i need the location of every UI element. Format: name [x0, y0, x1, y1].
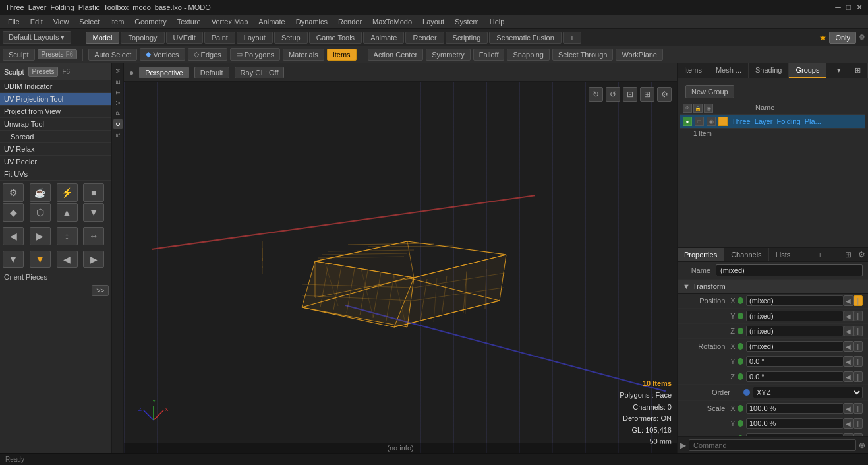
tool-uvprojection[interactable]: UV Projection Tool: [0, 93, 111, 106]
star-btn[interactable]: ★: [819, 33, 826, 42]
menu-animate[interactable]: Animate: [253, 16, 290, 27]
ptab-properties[interactable]: Properties: [678, 248, 724, 261]
tab-paint[interactable]: Paint: [204, 32, 235, 44]
vert-tab-c[interactable]: C: [113, 119, 123, 129]
cmd-execute-icon[interactable]: ⊕: [859, 441, 865, 450]
rotation-y-input[interactable]: [746, 356, 844, 367]
arrow-left[interactable]: ◀: [57, 251, 78, 268]
rotation-y-dot[interactable]: [738, 358, 743, 365]
settings-btn[interactable]: ⚙: [859, 33, 865, 42]
arrow-down-1[interactable]: ▼: [3, 251, 24, 268]
col-eye-btn[interactable]: 👁: [683, 104, 692, 113]
rotate-icon[interactable]: ↻: [589, 87, 603, 102]
tool-icon-7[interactable]: ▲: [57, 203, 78, 222]
polygons-btn[interactable]: ▭ Polygons: [230, 48, 280, 61]
item-row[interactable]: ● □ ◉ Three_Layer_Folding_Pla...: [680, 115, 865, 129]
falloff-btn[interactable]: Falloff: [473, 49, 505, 61]
cmd-arrow-icon[interactable]: ▶: [680, 441, 686, 450]
maximize-btn[interactable]: □: [846, 3, 851, 12]
presets-btn[interactable]: Presets F6: [38, 49, 78, 59]
tool-icon-5[interactable]: ◆: [3, 203, 24, 222]
tool-icon-11[interactable]: ↕: [57, 227, 78, 245]
viewport-perspective-btn[interactable]: Perspective: [139, 67, 188, 78]
transform-toggle[interactable]: ▼: [683, 282, 690, 290]
position-z-key-btn[interactable]: |: [854, 326, 863, 336]
position-x-anim-btn[interactable]: ◀: [844, 295, 854, 306]
menu-layout[interactable]: Layout: [417, 16, 449, 27]
arrow-right[interactable]: ▶: [83, 251, 104, 268]
menu-view[interactable]: View: [48, 16, 74, 27]
tab-gametools[interactable]: Game Tools: [309, 32, 362, 44]
tool-icon-9[interactable]: ◀: [3, 227, 24, 245]
rotation-x-anim-btn[interactable]: ◀: [844, 341, 854, 352]
tab-plus[interactable]: +: [563, 32, 581, 44]
tool-icon-6[interactable]: ⬡: [30, 203, 51, 222]
menu-file[interactable]: File: [3, 16, 25, 27]
rotation-x-input[interactable]: [746, 341, 844, 352]
menu-vertexmap[interactable]: Vertex Map: [206, 16, 254, 27]
item-render-icon[interactable]: ◉: [707, 117, 716, 126]
viewport-shading-btn[interactable]: Default: [194, 67, 229, 78]
tool-uvpeeler[interactable]: UV Peeler: [0, 156, 111, 168]
tab-scripting[interactable]: Scripting: [446, 32, 488, 44]
tool-icon-3[interactable]: ⚡: [57, 183, 78, 202]
item-lock-icon[interactable]: □: [695, 117, 704, 126]
default-layouts-btn[interactable]: Default Layouts ▾: [3, 31, 71, 44]
rtab-shading[interactable]: Shading: [749, 63, 789, 78]
menu-geometry[interactable]: Geometry: [129, 16, 171, 27]
tool-spread[interactable]: Spread: [0, 131, 111, 143]
reset-icon[interactable]: ↺: [606, 87, 620, 102]
tool-uvrelax[interactable]: UV Relax: [0, 143, 111, 156]
presets-small-btn[interactable]: Presets: [28, 67, 59, 77]
auto-select-btn[interactable]: Auto Select: [88, 49, 137, 61]
rtab-items[interactable]: Items: [678, 63, 709, 78]
vertices-btn[interactable]: ◆ Vertices: [140, 48, 185, 61]
only-btn[interactable]: Only: [829, 32, 856, 44]
workplane-btn[interactable]: WorkPlane: [616, 49, 663, 61]
scale-x-anim-btn[interactable]: ◀: [844, 403, 854, 414]
menu-texture[interactable]: Texture: [172, 16, 206, 27]
scale-y-anim-btn[interactable]: ◀: [844, 418, 854, 429]
scale-y-dot[interactable]: [738, 420, 743, 427]
materials-btn[interactable]: Materials: [283, 49, 324, 61]
rotation-z-key-btn[interactable]: |: [854, 371, 863, 382]
rtab-groups[interactable]: Groups: [789, 63, 826, 78]
items-btn[interactable]: Items: [327, 49, 357, 61]
position-y-dot[interactable]: [738, 313, 743, 319]
ptab-channels[interactable]: Channels: [724, 248, 768, 261]
tool-fituvs[interactable]: Fit UVs: [0, 168, 111, 181]
sculpt-btn[interactable]: Sculpt: [3, 49, 35, 61]
tab-schematic[interactable]: Schematic Fusion: [489, 32, 561, 44]
menu-edit[interactable]: Edit: [25, 16, 48, 27]
ptab-lists[interactable]: Lists: [769, 248, 798, 261]
position-z-anim-btn[interactable]: ◀: [844, 326, 854, 336]
tool-icon-12[interactable]: ↔: [83, 227, 104, 245]
scale-y-input[interactable]: [746, 418, 844, 429]
tab-animate[interactable]: Animate: [363, 32, 404, 44]
tab-uvedit[interactable]: UVEdit: [166, 32, 203, 44]
viewport-canvas[interactable]: ↻ ↺ ⊡ ⊞ ⚙ 10 Items Polygons : Face Chann…: [124, 82, 677, 453]
rotation-z-dot[interactable]: [738, 373, 743, 380]
menu-render[interactable]: Render: [333, 16, 367, 27]
ptab-settings-icon[interactable]: ⚙: [855, 249, 868, 261]
rotation-z-input[interactable]: [746, 371, 844, 382]
item-color-swatch[interactable]: [718, 117, 728, 126]
rotation-x-key-btn[interactable]: |: [854, 341, 863, 352]
minimize-btn[interactable]: ─: [835, 3, 841, 12]
select-through-btn[interactable]: Select Through: [552, 49, 613, 61]
rotation-x-dot[interactable]: [738, 343, 743, 350]
menu-item[interactable]: Item: [105, 16, 129, 27]
scale-x-input[interactable]: [746, 403, 844, 414]
vert-tab-p[interactable]: P: [113, 109, 123, 118]
viewport-raygl-btn[interactable]: Ray GL: Off: [235, 67, 285, 78]
rtab-mesh[interactable]: Mesh ...: [709, 63, 749, 78]
rotation-z-anim-btn[interactable]: ◀: [844, 371, 854, 382]
position-x-input[interactable]: [746, 295, 844, 306]
rotation-y-anim-btn[interactable]: ◀: [844, 356, 854, 367]
menu-system[interactable]: System: [449, 16, 484, 27]
vert-tab-m[interactable]: M: [113, 66, 123, 77]
scale-x-key-btn[interactable]: |: [854, 403, 863, 414]
order-dot[interactable]: [743, 389, 750, 396]
rotation-y-key-btn[interactable]: |: [854, 356, 863, 367]
vert-tab-v[interactable]: V: [113, 98, 123, 108]
